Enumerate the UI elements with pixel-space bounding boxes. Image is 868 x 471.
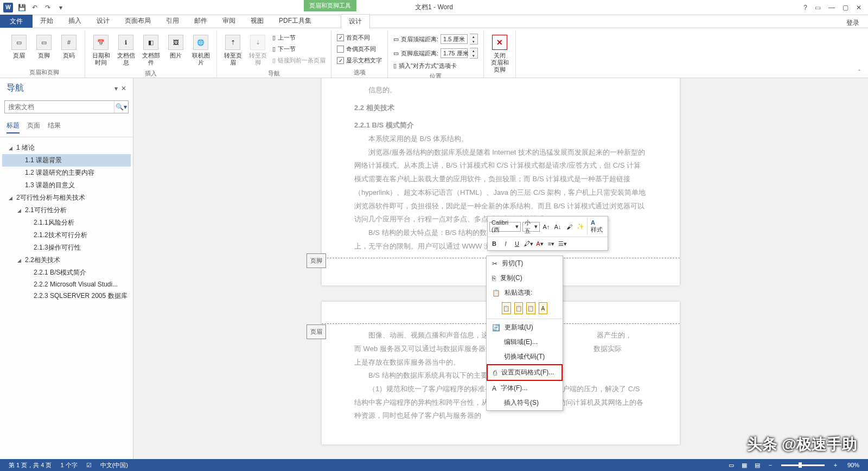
bullets-icon[interactable]: ≡▾ bbox=[546, 239, 556, 249]
status-lang[interactable]: 中文(中国) bbox=[96, 461, 132, 469]
zoom-slider[interactable] bbox=[781, 464, 825, 466]
tab-home[interactable]: 开始 bbox=[33, 14, 61, 28]
zoom-in-icon[interactable]: + bbox=[830, 461, 841, 469]
paste-picture-icon[interactable]: 📋 bbox=[526, 302, 535, 314]
header-top-spinner[interactable]: ▭ 页眉顶端距离: 1.5 厘米▴▾ bbox=[392, 33, 479, 46]
next-section-button[interactable]: ▯ 下一节 bbox=[271, 44, 327, 54]
tree-item[interactable]: ◢2可行性分析与相关技术 bbox=[2, 192, 131, 204]
footer-label[interactable]: 页脚 bbox=[307, 253, 326, 268]
underline-icon[interactable]: U bbox=[512, 239, 522, 249]
tree-item[interactable]: 1.1 课题背景 bbox=[2, 154, 131, 167]
view-print-icon[interactable]: ▦ bbox=[739, 461, 750, 469]
docinfo-button[interactable]: ℹ文档信息 bbox=[114, 33, 137, 68]
ctx-insert-symbol[interactable]: 插入符号(S) bbox=[487, 396, 563, 410]
undo-icon[interactable]: ↶ bbox=[30, 3, 39, 12]
ctx-cut[interactable]: ✂剪切(T) bbox=[487, 256, 563, 271]
ctx-page-number-format[interactable]: ⎙设置页码格式(F)... bbox=[487, 364, 563, 381]
online-pic-button[interactable]: 🌐联机图片 bbox=[189, 33, 212, 68]
font-size-dropdown[interactable]: 小五▾ bbox=[522, 222, 540, 232]
diff-first-checkbox[interactable]: 首页不同 bbox=[336, 33, 383, 43]
login-link[interactable]: 登录 bbox=[846, 18, 868, 28]
ctx-font[interactable]: A字体(F)... bbox=[487, 381, 563, 396]
status-page[interactable]: 第 1 页，共 4 页 bbox=[4, 461, 56, 469]
view-read-icon[interactable]: ▭ bbox=[726, 461, 737, 469]
docparts-button[interactable]: ◧文档部件 bbox=[139, 33, 162, 68]
search-icon[interactable]: 🔍▾ bbox=[114, 101, 128, 113]
footer-button[interactable]: ▭页脚 bbox=[33, 33, 55, 61]
tree-item[interactable]: 2.2.1 B/S模式简介 bbox=[2, 266, 131, 279]
tree-item[interactable]: 1.3 课题的目意义 bbox=[2, 179, 131, 192]
tree-item[interactable]: ◢1 绪论 bbox=[2, 142, 131, 154]
link-prev-button[interactable]: ▯ 链接到前一条页眉 bbox=[271, 55, 327, 66]
tree-item[interactable]: 1.2 课题研究的主要内容 bbox=[2, 167, 131, 179]
zoom-level[interactable]: 90% bbox=[843, 462, 864, 468]
tab-hf-design[interactable]: 设计 bbox=[341, 14, 370, 28]
tree-item[interactable]: 2.2.3 SQLSERVER 2005 数据库 bbox=[2, 290, 131, 302]
clear-format-icon[interactable]: ✨ bbox=[576, 222, 585, 232]
ctx-edit-field[interactable]: 编辑域(E)... bbox=[487, 335, 563, 349]
nav-tab-results[interactable]: 结果 bbox=[48, 121, 61, 133]
datetime-button[interactable]: 📅日期和时间 bbox=[90, 33, 112, 68]
highlight-icon[interactable]: 🖍▾ bbox=[524, 239, 533, 249]
qat-dropdown-icon[interactable]: ▾ bbox=[56, 3, 65, 12]
close-hf-button[interactable]: ✕关闭 页眉和页脚 bbox=[488, 33, 511, 76]
minimize-icon[interactable]: — bbox=[828, 4, 835, 11]
nav-search-input[interactable] bbox=[5, 101, 114, 113]
ribbon-collapse-icon[interactable]: ˆ bbox=[854, 67, 865, 78]
picture-button[interactable]: 🖼图片 bbox=[164, 33, 187, 61]
tab-mailings[interactable]: 邮件 bbox=[187, 14, 215, 28]
status-words[interactable]: 1 个字 bbox=[56, 461, 81, 469]
ctx-toggle-code[interactable]: 切换域代码(T) bbox=[487, 349, 563, 364]
paste-text-icon[interactable]: A bbox=[539, 302, 548, 314]
header-button[interactable]: ▭页眉 bbox=[8, 33, 30, 61]
nav-tab-pages[interactable]: 页面 bbox=[27, 121, 40, 133]
nav-tab-headings[interactable]: 标题 bbox=[7, 121, 20, 133]
redo-icon[interactable]: ↷ bbox=[43, 3, 52, 12]
tree-item[interactable]: ◢2.2相关技术 bbox=[2, 254, 131, 266]
tab-insert[interactable]: 插入 bbox=[61, 14, 89, 28]
italic-icon[interactable]: I bbox=[501, 239, 510, 249]
styles-dropdown[interactable]: A样式 bbox=[587, 218, 606, 235]
prev-section-button[interactable]: ▯ 上一节 bbox=[271, 33, 327, 43]
tree-item[interactable]: ◢2.1可行性分析 bbox=[2, 204, 131, 217]
paste-keep-source-icon[interactable]: 📋 bbox=[502, 302, 511, 314]
tree-item[interactable]: 2.2.2 Microsoft Visual Studi... bbox=[2, 279, 131, 290]
tree-item[interactable]: 2.1.2技术可行分析 bbox=[2, 229, 131, 241]
tab-design-main[interactable]: 设计 bbox=[89, 14, 117, 28]
nav-search[interactable]: 🔍▾ bbox=[4, 100, 129, 113]
close-icon[interactable]: ✕ bbox=[856, 4, 861, 11]
maximize-icon[interactable]: ▢ bbox=[843, 4, 848, 11]
align-tab-button[interactable]: ▯ 插入"对齐方式"选项卡 bbox=[392, 61, 479, 71]
view-web-icon[interactable]: ▤ bbox=[752, 461, 763, 469]
ribbon-options-icon[interactable]: ▭ bbox=[815, 4, 821, 11]
goto-footer-button[interactable]: ⇣转至页脚 bbox=[246, 33, 269, 68]
document-area[interactable]: 信息的。 2.2 相关技术 2.2.1 B/S 模式简介 本系统采用的是 B/S… bbox=[133, 78, 868, 459]
font-color-icon[interactable]: A▾ bbox=[535, 239, 545, 249]
help-icon[interactable]: ? bbox=[803, 4, 807, 11]
nav-dropdown-icon[interactable]: ▾ bbox=[114, 85, 118, 92]
paste-merge-icon[interactable]: 📋 bbox=[514, 302, 524, 314]
save-icon[interactable]: 💾 bbox=[17, 3, 26, 12]
shrink-font-icon[interactable]: A↓ bbox=[553, 222, 563, 232]
grow-font-icon[interactable]: A↑ bbox=[541, 222, 551, 232]
footer-bottom-spinner[interactable]: ▭ 页脚底端距离: 1.75 厘米▴▾ bbox=[392, 47, 479, 60]
status-proofing-icon[interactable]: ☑ bbox=[82, 462, 96, 469]
tree-item[interactable]: 2.1.1风险分析 bbox=[2, 217, 131, 229]
diff-oddeven-checkbox[interactable]: 奇偶页不同 bbox=[336, 44, 383, 54]
nav-close-icon[interactable]: ✕ bbox=[121, 85, 126, 92]
format-painter-icon[interactable]: 🖌 bbox=[564, 222, 574, 232]
tab-review[interactable]: 审阅 bbox=[215, 14, 243, 28]
tab-view[interactable]: 视图 bbox=[243, 14, 271, 28]
ctx-copy[interactable]: ⎘复制(C) bbox=[487, 271, 563, 285]
tab-references[interactable]: 引用 bbox=[158, 14, 187, 28]
tab-file[interactable]: 文件 bbox=[0, 15, 33, 28]
pagenum-button[interactable]: #页码 bbox=[58, 33, 80, 61]
tree-item[interactable]: 2.1.3操作可行性 bbox=[2, 241, 131, 254]
zoom-out-icon[interactable]: − bbox=[765, 461, 776, 469]
goto-header-button[interactable]: ⇡转至页眉 bbox=[221, 33, 244, 68]
font-family-dropdown[interactable]: Calibri (西▾ bbox=[489, 222, 521, 232]
tab-pdf[interactable]: PDF工具集 bbox=[271, 14, 319, 28]
tab-layout[interactable]: 页面布局 bbox=[117, 14, 158, 28]
header-label[interactable]: 页眉 bbox=[307, 324, 326, 339]
ctx-update-field[interactable]: 🔄更新域(U) bbox=[487, 320, 563, 335]
